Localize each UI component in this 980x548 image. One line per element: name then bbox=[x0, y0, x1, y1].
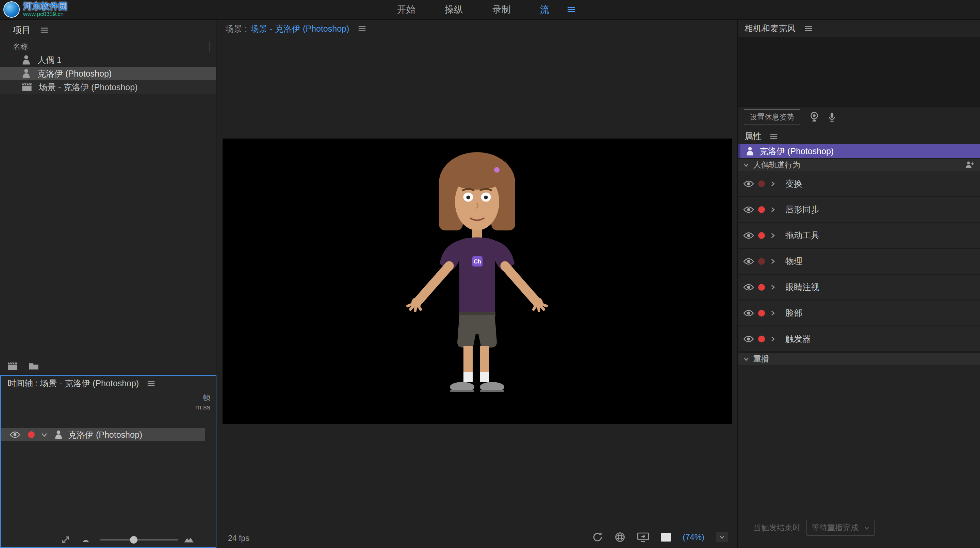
stream-output-icon[interactable] bbox=[637, 532, 649, 542]
behavior-row[interactable]: 拖动工具 bbox=[738, 223, 980, 249]
left-column: 项目 名称 人偶 1 克洛伊 (Photoshop) 场景 - 克洛伊 (Pho… bbox=[0, 20, 216, 548]
microphone-icon[interactable] bbox=[828, 112, 836, 122]
scene-column: 场景 : 场景 - 克洛伊 (Photoshop) bbox=[216, 20, 738, 548]
camera-controls: 设置休息姿势 bbox=[738, 107, 980, 128]
zoom-slider-handle[interactable] bbox=[130, 536, 137, 543]
zoom-out-hill-icon[interactable] bbox=[82, 537, 90, 543]
behavior-label: 唇形同步 bbox=[785, 204, 819, 215]
scene-footer: 24 fps (74%) bbox=[216, 529, 737, 548]
camera-panel-header: 相机和麦克风 bbox=[738, 20, 980, 37]
panel-menu-icon[interactable] bbox=[40, 27, 48, 33]
tab-stream[interactable]: 流 bbox=[540, 3, 549, 16]
behavior-label: 眼睛注视 bbox=[785, 282, 819, 293]
puppet-behaviors-group-header[interactable]: 人偶轨道行为 bbox=[738, 158, 980, 171]
mesh-quality-icon[interactable] bbox=[614, 532, 625, 543]
chevron-right-icon[interactable] bbox=[770, 181, 775, 187]
eye-visibility-icon[interactable] bbox=[743, 258, 754, 265]
record-arm-dot[interactable] bbox=[758, 336, 765, 342]
replay-group-header[interactable]: 重播 bbox=[738, 352, 980, 365]
loop-refresh-icon[interactable] bbox=[592, 532, 603, 543]
eye-visibility-icon[interactable] bbox=[743, 206, 754, 213]
behavior-label: 拖动工具 bbox=[785, 230, 819, 241]
scene-stage[interactable]: Ch bbox=[223, 139, 732, 424]
zoom-dropdown-button[interactable] bbox=[716, 532, 728, 542]
timeline-track-row[interactable]: 克洛伊 (Photoshop) bbox=[1, 428, 205, 441]
tab-rig[interactable]: 操纵 bbox=[445, 3, 463, 16]
zoom-fit-icon[interactable] bbox=[61, 535, 70, 544]
stage-character[interactable]: Ch bbox=[223, 139, 732, 424]
column-resize-handle[interactable] bbox=[209, 41, 210, 52]
behavior-row[interactable]: 物理 bbox=[738, 249, 980, 275]
behavior-label: 物理 bbox=[785, 256, 802, 267]
tab-start[interactable]: 开始 bbox=[397, 3, 415, 16]
panel-menu-icon[interactable] bbox=[147, 381, 155, 386]
record-arm-dot[interactable] bbox=[28, 431, 35, 438]
selected-puppet-row[interactable]: 克洛伊 (Photoshop) bbox=[738, 144, 980, 158]
trigger-end-row: 当触发结束时 等待重播完成 bbox=[738, 520, 980, 536]
panel-menu-icon[interactable] bbox=[770, 134, 778, 139]
timeline-ruler[interactable]: 帧 m:ss bbox=[1, 391, 216, 413]
record-arm-dot[interactable] bbox=[758, 180, 765, 187]
chevron-down-icon bbox=[743, 163, 749, 167]
new-folder-icon[interactable] bbox=[29, 362, 39, 370]
eye-visibility-icon[interactable] bbox=[743, 284, 754, 291]
project-item-row[interactable]: 人偶 1 bbox=[0, 53, 216, 67]
zoom-level-label[interactable]: (74%) bbox=[682, 532, 705, 542]
project-item-row[interactable]: 克洛伊 (Photoshop) bbox=[0, 67, 216, 80]
eye-visibility-icon[interactable] bbox=[743, 232, 754, 239]
eye-visibility-icon[interactable] bbox=[743, 309, 754, 317]
zoom-in-mountains-icon[interactable] bbox=[184, 537, 194, 543]
chevron-right-icon[interactable] bbox=[770, 258, 775, 264]
chevron-right-icon[interactable] bbox=[770, 336, 775, 342]
chevron-down-icon[interactable] bbox=[41, 432, 48, 437]
add-behavior-icon[interactable] bbox=[964, 161, 975, 169]
record-arm-dot[interactable] bbox=[758, 232, 765, 239]
trigger-end-dropdown[interactable]: 等待重播完成 bbox=[807, 520, 875, 536]
timeline-panel-header: 时间轴 : 场景 - 克洛伊 (Photoshop) bbox=[1, 376, 216, 391]
name-column-label: 名称 bbox=[13, 41, 28, 52]
record-arm-dot[interactable] bbox=[758, 284, 765, 291]
scene-toolbar: (74%) bbox=[592, 532, 728, 543]
project-item-label: 场景 - 克洛伊 (Photoshop) bbox=[39, 82, 137, 93]
eye-visibility-icon[interactable] bbox=[743, 335, 754, 343]
behavior-row[interactable]: 唇形同步 bbox=[738, 197, 980, 223]
scene-title-link[interactable]: 场景 - 克洛伊 (Photoshop) bbox=[250, 23, 349, 34]
puppet-icon bbox=[746, 147, 754, 156]
tab-record[interactable]: 录制 bbox=[492, 3, 511, 16]
ruler-time-label: m:ss bbox=[195, 403, 210, 411]
chevron-down-icon bbox=[719, 535, 725, 539]
properties-panel-header: 属性 bbox=[738, 128, 980, 144]
record-arm-dot[interactable] bbox=[758, 258, 765, 265]
properties-panel-title: 属性 bbox=[745, 131, 762, 142]
timeline-zoom-slider[interactable] bbox=[100, 539, 178, 540]
group-header-label: 人偶轨道行为 bbox=[753, 159, 800, 170]
panel-menu-icon[interactable] bbox=[358, 26, 366, 32]
project-panel-header: 项目 bbox=[0, 20, 216, 40]
new-scene-icon[interactable] bbox=[8, 362, 18, 371]
selected-puppet-label: 克洛伊 (Photoshop) bbox=[759, 146, 834, 157]
project-panel-footer bbox=[0, 358, 216, 374]
workspace-menu-icon[interactable] bbox=[567, 6, 576, 13]
chevron-right-icon[interactable] bbox=[770, 284, 775, 290]
behavior-row[interactable]: 触发器 bbox=[738, 327, 980, 352]
chevron-right-icon[interactable] bbox=[770, 233, 775, 239]
background-toggle[interactable] bbox=[661, 533, 671, 542]
trigger-end-label: 当触发结束时 bbox=[753, 523, 800, 533]
behavior-row[interactable]: 眼睛注视 bbox=[738, 275, 980, 301]
project-item-row[interactable]: 场景 - 克洛伊 (Photoshop) bbox=[0, 80, 216, 94]
chevron-right-icon[interactable] bbox=[770, 310, 775, 316]
panel-menu-icon[interactable] bbox=[804, 25, 813, 31]
timeline-footer bbox=[1, 532, 216, 547]
record-arm-dot[interactable] bbox=[758, 310, 765, 317]
camera-panel-title: 相机和麦克风 bbox=[745, 23, 795, 34]
behavior-row[interactable]: 脸部 bbox=[738, 301, 980, 327]
eye-visibility-icon[interactable] bbox=[10, 431, 21, 438]
site-watermark: 河东软件园 www.pc0359.cn bbox=[3, 2, 67, 18]
chevron-right-icon[interactable] bbox=[770, 207, 775, 213]
behavior-row[interactable]: 变换 bbox=[738, 171, 980, 197]
chevron-down-icon bbox=[864, 526, 869, 530]
set-rest-pose-button[interactable]: 设置休息姿势 bbox=[744, 109, 800, 125]
eye-visibility-icon[interactable] bbox=[743, 180, 754, 188]
webcam-icon[interactable] bbox=[809, 112, 819, 123]
record-arm-dot[interactable] bbox=[758, 206, 765, 213]
